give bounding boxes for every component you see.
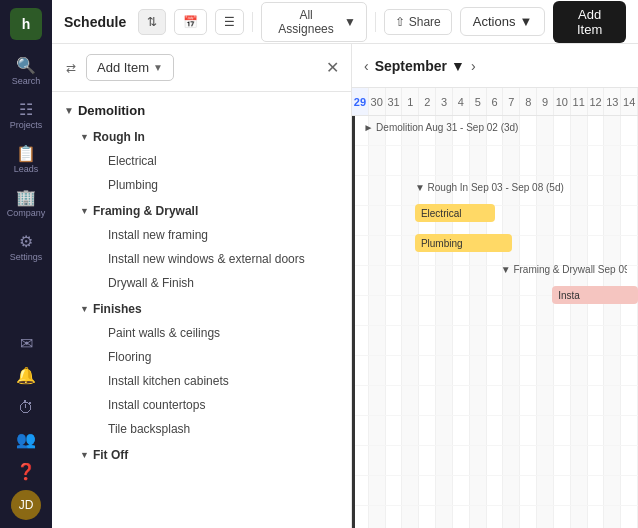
sidebar-item-help[interactable]: ❓ xyxy=(4,458,48,486)
sidebar-item-leads[interactable]: 📋 Leads xyxy=(4,140,48,180)
gantt-row-cell xyxy=(588,296,605,325)
gantt-row-cell xyxy=(621,386,638,415)
sidebar-item-bell[interactable]: 🔔 xyxy=(4,362,48,390)
gantt-row-cell xyxy=(419,386,436,415)
tree-subgroup-header-finishes[interactable]: ▼ Finishes xyxy=(52,297,351,321)
tree-leaf-plumbing[interactable]: Plumbing xyxy=(52,173,351,197)
gantt-row-cell xyxy=(419,326,436,355)
sidebar-item-clock[interactable]: ⏱ xyxy=(4,394,48,422)
tree-leaf-cabinets[interactable]: Install kitchen cabinets xyxy=(52,369,351,393)
tree-leaf-flooring[interactable]: Flooring xyxy=(52,345,351,369)
tree-leaf-electrical[interactable]: Electrical xyxy=(52,149,351,173)
gantt-row-cell xyxy=(402,506,419,528)
collapse-all-button[interactable]: ⇄ xyxy=(64,59,78,77)
gantt-row-cell xyxy=(588,506,605,528)
gantt-row-cell xyxy=(453,326,470,355)
sidebar-item-mail[interactable]: ✉ xyxy=(4,330,48,358)
gantt-row-cell xyxy=(604,356,621,385)
gantt-date-cell: 13 xyxy=(604,88,621,115)
gantt-row-cell xyxy=(503,446,520,475)
gantt-row-cell xyxy=(436,506,453,528)
settings-icon: ⚙ xyxy=(19,234,33,250)
gantt-row-cell xyxy=(537,116,554,145)
gantt-row-cell xyxy=(352,236,369,265)
gantt-row-cell xyxy=(453,416,470,445)
next-month-button[interactable]: › xyxy=(471,58,476,74)
share-button[interactable]: ⇧ Share xyxy=(384,9,452,35)
gantt-row-cell xyxy=(503,476,520,505)
gantt-row-cell xyxy=(419,206,436,235)
gantt-row-cell xyxy=(419,176,436,205)
gantt-row-cell xyxy=(503,326,520,355)
gantt-row-cell xyxy=(520,176,537,205)
tree-leaf-countertops[interactable]: Install countertops xyxy=(52,393,351,417)
gantt-row-cell xyxy=(470,176,487,205)
gantt-row-cell xyxy=(520,356,537,385)
gantt-date-cell: 31 xyxy=(386,88,403,115)
avatar[interactable]: JD xyxy=(11,490,41,520)
gantt-row-cell xyxy=(386,206,403,235)
gantt-row-cell xyxy=(369,266,386,295)
assignee-filter-button[interactable]: All Assignees ▼ xyxy=(261,2,367,42)
gantt-row-cell xyxy=(621,206,638,235)
gantt-row-cell xyxy=(470,446,487,475)
sidebar-item-projects[interactable]: ☷ Projects xyxy=(4,96,48,136)
gantt-row-cell xyxy=(470,476,487,505)
gantt-row-cell xyxy=(621,296,638,325)
calendar-view-button[interactable]: 📅 xyxy=(174,9,207,35)
tree-subgroup-header-framing[interactable]: ▼ Framing & Drywall xyxy=(52,199,351,223)
sidebar-item-company[interactable]: 🏢 Company xyxy=(4,184,48,224)
gantt-row-cell xyxy=(419,236,436,265)
tree-group-header-demolition[interactable]: ▼ Demolition xyxy=(52,98,351,123)
gantt-row-cell xyxy=(621,506,638,528)
tree-leaf-new-framing[interactable]: Install new framing xyxy=(52,223,351,247)
gantt-row-cell xyxy=(402,326,419,355)
add-item-panel-button[interactable]: Add Item ▼ xyxy=(86,54,174,81)
gantt-row xyxy=(352,206,638,236)
sidebar-item-settings[interactable]: ⚙ Settings xyxy=(4,228,48,268)
gantt-row-cell xyxy=(369,176,386,205)
gantt-row-cell xyxy=(520,476,537,505)
gantt-row-cell xyxy=(588,146,605,175)
gantt-row-cell xyxy=(554,386,571,415)
sort-view-button[interactable]: ⇅ xyxy=(138,9,166,35)
gantt-row-cell xyxy=(571,386,588,415)
gantt-row-cell xyxy=(537,206,554,235)
gantt-row-cell xyxy=(537,386,554,415)
add-item-button[interactable]: Add Item xyxy=(553,1,626,43)
gantt-row-cell xyxy=(537,326,554,355)
gantt-row-cell xyxy=(470,416,487,445)
tree-leaf-tile[interactable]: Tile backsplash xyxy=(52,417,351,441)
prev-month-button[interactable]: ‹ xyxy=(364,58,369,74)
gantt-row-cell xyxy=(352,416,369,445)
tree-leaf-paint[interactable]: Paint walls & ceilings xyxy=(52,321,351,345)
gantt-row-cell xyxy=(621,266,638,295)
gantt-row-cell xyxy=(537,296,554,325)
tree-subgroup-header-rough-in[interactable]: ▼ Rough In xyxy=(52,125,351,149)
gantt-row-cell xyxy=(571,356,588,385)
gantt-row-cell xyxy=(369,206,386,235)
gantt-row-cell xyxy=(604,476,621,505)
gantt-row-cell xyxy=(520,296,537,325)
gantt-row-cell xyxy=(604,506,621,528)
close-panel-button[interactable]: ✕ xyxy=(326,58,339,77)
tree-leaf-drywall[interactable]: Drywall & Finish xyxy=(52,271,351,295)
gantt-row-cell xyxy=(352,116,369,145)
actions-button[interactable]: Actions ▼ xyxy=(460,7,546,36)
tree-leaf-windows[interactable]: Install new windows & external doors xyxy=(52,247,351,271)
sidebar-item-person[interactable]: 👥 xyxy=(4,426,48,454)
list-view-button[interactable]: ☰ xyxy=(215,9,244,35)
gantt-row-cell xyxy=(453,236,470,265)
subgroup-name: Finishes xyxy=(93,302,142,316)
gantt-row-cell xyxy=(402,176,419,205)
gantt-row-cell xyxy=(369,416,386,445)
gantt-row xyxy=(352,356,638,386)
gantt-row-cell xyxy=(604,326,621,355)
sidebar-item-search[interactable]: 🔍 Search xyxy=(4,52,48,92)
tree-group-demolition: ▼ Demolition xyxy=(52,98,351,123)
gantt-row-cell xyxy=(470,326,487,355)
gantt-row-cell xyxy=(436,356,453,385)
tree-subgroup-header-fit-off[interactable]: ▼ Fit Off xyxy=(52,443,351,467)
gantt-row-cell xyxy=(419,356,436,385)
gantt-row-cell xyxy=(588,266,605,295)
